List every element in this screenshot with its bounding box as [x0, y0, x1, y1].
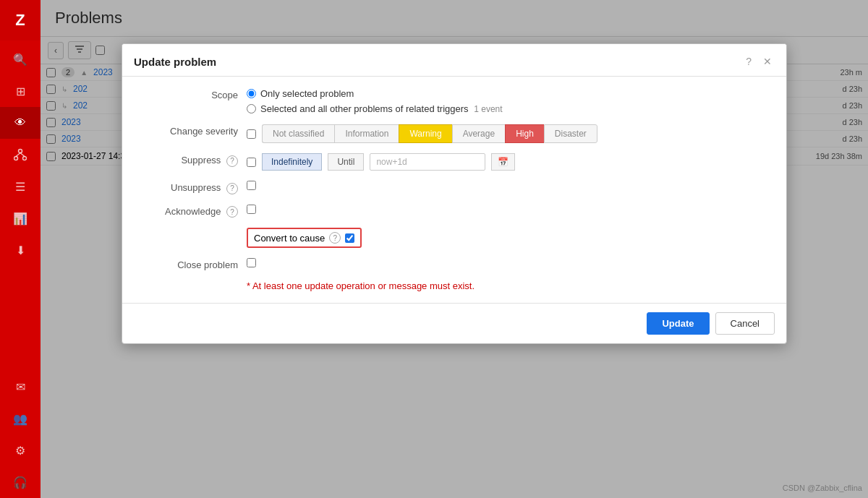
acknowledge-row: Acknowledge ?: [137, 205, 772, 218]
indefinitely-button[interactable]: Indefinitely: [262, 153, 322, 171]
dialog-body: Scope Only selected problem Selected and…: [122, 77, 786, 303]
scope-radio2[interactable]: [247, 104, 256, 113]
dialog-footer: Update Cancel: [122, 303, 786, 343]
update-button[interactable]: Update: [647, 312, 709, 335]
scope-row: Scope Only selected problem Selected and…: [137, 88, 772, 114]
sidebar-item-dashboard[interactable]: ⊞: [0, 75, 41, 107]
close-problem-label: Close problem: [137, 258, 238, 270]
sidebar-item-list[interactable]: ☰: [0, 171, 41, 202]
sev-disaster[interactable]: Disaster: [544, 124, 597, 143]
change-severity-content: Not classified Information Warning Avera…: [247, 124, 597, 143]
suppress-date-input[interactable]: [370, 153, 485, 171]
scope-option2[interactable]: Selected and all other problems of relat…: [247, 103, 503, 114]
sev-average[interactable]: Average: [452, 124, 505, 143]
convert-cause-help-icon[interactable]: ?: [329, 232, 341, 244]
change-severity-checkbox[interactable]: [247, 129, 256, 139]
svg-line-4: [20, 153, 25, 157]
sidebar-item-search[interactable]: 🔍: [0, 43, 41, 75]
sidebar-item-monitor[interactable]: 👁: [0, 107, 41, 139]
convert-cause-text: Convert to cause: [254, 233, 325, 244]
svg-point-0: [19, 150, 22, 153]
severity-buttons: Not classified Information Warning Avera…: [262, 124, 597, 143]
dialog-header-icons: ? ✕: [743, 54, 775, 69]
sidebar-item-network[interactable]: [0, 139, 41, 171]
dialog-title: Update problem: [134, 56, 216, 68]
sidebar-item-email[interactable]: ✉: [0, 371, 41, 403]
convert-cause-row: Convert to cause ?: [137, 228, 772, 248]
convert-cause-wrapper: Convert to cause ?: [247, 228, 362, 248]
sidebar: Z 🔍 ⊞ 👁 ☰ 📊 ⬇ ✉ 👥 ⚙ 🎧: [0, 0, 41, 498]
suppress-content: Indefinitely Until 📅: [247, 153, 515, 171]
sev-warning[interactable]: Warning: [399, 124, 451, 143]
modal-overlay: Update problem ? ✕ Scope Only selected p…: [41, 0, 868, 498]
svg-point-2: [23, 157, 27, 160]
scope-label: Scope: [137, 88, 238, 100]
close-problem-row: Close problem: [137, 258, 772, 270]
suppress-help-icon[interactable]: ?: [226, 155, 238, 167]
scope-option1-label: Only selected problem: [260, 88, 354, 99]
convert-cause-checkbox[interactable]: [345, 233, 354, 243]
unsuppress-content: [247, 181, 256, 190]
dialog-close-icon[interactable]: ✕: [760, 54, 775, 69]
unsuppress-help-icon[interactable]: ?: [226, 183, 238, 194]
cancel-button[interactable]: Cancel: [715, 312, 775, 335]
change-severity-row: Change severity Not classified Informati…: [137, 124, 772, 143]
sidebar-item-chart[interactable]: 📊: [0, 202, 41, 234]
sidebar-item-support[interactable]: 🎧: [0, 466, 41, 498]
sidebar-item-download[interactable]: ⬇: [0, 234, 41, 266]
calendar-button[interactable]: 📅: [491, 153, 515, 171]
info-text: * At least one update operation or messa…: [137, 280, 772, 291]
sidebar-item-settings[interactable]: ⚙: [0, 434, 41, 466]
sidebar-item-users[interactable]: 👥: [0, 403, 41, 434]
app-logo[interactable]: Z: [0, 0, 41, 40]
update-problem-dialog: Update problem ? ✕ Scope Only selected p…: [122, 43, 787, 344]
close-problem-content: [247, 258, 256, 267]
sev-information[interactable]: Information: [334, 124, 399, 143]
acknowledge-content: [247, 205, 256, 214]
acknowledge-label: Acknowledge ?: [137, 205, 238, 218]
suppress-row: Suppress ? Indefinitely Until 📅: [137, 153, 772, 171]
scope-radio1[interactable]: [247, 89, 256, 98]
svg-point-1: [14, 157, 18, 160]
acknowledge-help-icon[interactable]: ?: [226, 206, 238, 218]
suppress-checkbox[interactable]: [247, 158, 256, 167]
suppress-label: Suppress ?: [137, 153, 238, 167]
until-button[interactable]: Until: [328, 153, 364, 171]
scope-option2-label: Selected and all other problems of relat…: [260, 103, 503, 114]
dialog-header: Update problem ? ✕: [122, 44, 786, 77]
main-area: Problems ‹ 2 ▲ 2023 23h m ↳ 202 d 2: [41, 0, 868, 498]
sev-not-classified[interactable]: Not classified: [262, 124, 334, 143]
calendar-icon: 📅: [498, 157, 509, 167]
scope-options: Only selected problem Selected and all o…: [247, 88, 503, 114]
close-problem-checkbox[interactable]: [247, 258, 256, 267]
scope-option1[interactable]: Only selected problem: [247, 88, 503, 99]
event-count: 1 event: [474, 104, 502, 114]
unsuppress-label: Unsuppress ?: [137, 181, 238, 194]
convert-cause-content: Convert to cause ?: [247, 228, 362, 248]
unsuppress-row: Unsuppress ?: [137, 181, 772, 194]
unsuppress-checkbox[interactable]: [247, 181, 256, 190]
convert-cause-label: [137, 228, 238, 229]
acknowledge-checkbox[interactable]: [247, 205, 256, 214]
change-severity-label: Change severity: [137, 124, 238, 137]
svg-line-3: [16, 153, 20, 157]
sev-high[interactable]: High: [505, 124, 544, 143]
dialog-help-icon[interactable]: ?: [743, 54, 754, 69]
